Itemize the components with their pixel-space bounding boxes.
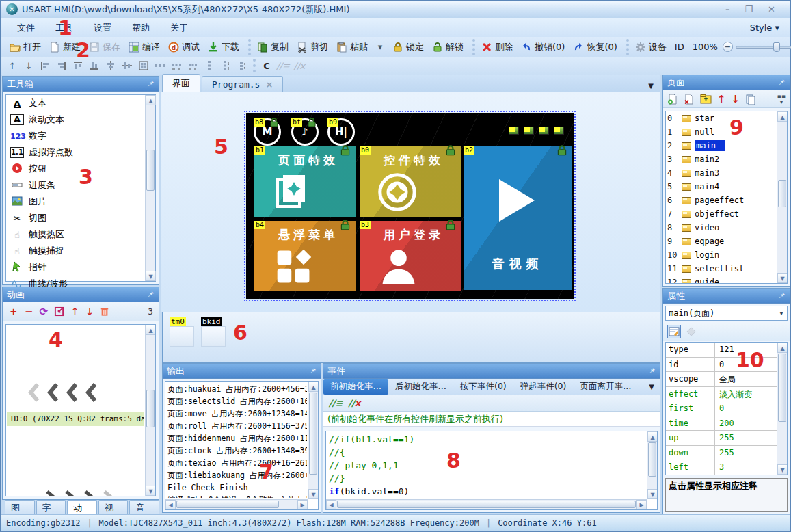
cut-button[interactable]: 剪切 (293, 40, 332, 55)
component-bkid[interactable]: bkid (201, 317, 227, 347)
align-right-icon[interactable] (54, 59, 69, 72)
comment-c-button[interactable]: C (259, 59, 274, 72)
tab-postinit-event[interactable]: 后初始化事… (388, 379, 453, 395)
zoom-slider[interactable]: − + (723, 42, 791, 52)
page-row-star[interactable]: 0star (666, 111, 787, 125)
page-row-eqpage[interactable]: 9eqpage (666, 235, 787, 248)
page-row-selectlist[interactable]: 11selectlist (666, 262, 787, 276)
minimize-button[interactable]: – (725, 4, 730, 14)
menu-help[interactable]: 帮助 (122, 20, 159, 36)
tile-float-menu[interactable]: 悬浮菜单 (254, 221, 356, 291)
page-row-objeffect[interactable]: 7objeffect (666, 207, 787, 221)
small-widget-icon[interactable] (554, 127, 564, 135)
tab-program[interactable]: Program.s× (202, 76, 283, 92)
output-body[interactable]: 页面:huakuai 占用内存:2600+456=3056 页面:selects… (165, 381, 319, 510)
comment-remove-icon[interactable]: //x (292, 59, 307, 72)
small-widget-icon[interactable] (539, 127, 549, 135)
toolbox-item-text[interactable]: A文本 (6, 95, 155, 111)
vspace-dec-icon[interactable] (234, 59, 250, 72)
copy-page-icon[interactable] (745, 94, 756, 105)
code-hscrollbar[interactable]: ◀▶ (326, 499, 647, 509)
anim-remove-icon[interactable]: − (25, 306, 33, 318)
zoom-slider-thumb[interactable] (773, 42, 780, 52)
menu-about[interactable]: 关于 (161, 20, 198, 36)
maximize-button[interactable]: ❐ (745, 4, 753, 14)
pages-more-icon[interactable]: ▪▪▾ (777, 94, 786, 105)
delete-button[interactable]: 删除 (478, 40, 516, 55)
debug-button[interactable]: d 调试 (165, 40, 203, 55)
menu-settings[interactable]: 设置 (84, 20, 121, 36)
toolbox-item-scrolltext[interactable]: A滚动文本 (6, 111, 155, 128)
vspace-equal-icon[interactable] (202, 59, 217, 72)
tab-press-event[interactable]: 按下事件(0) (453, 379, 513, 395)
pin-icon[interactable]: 📌︎ (648, 367, 656, 375)
delete-page-icon[interactable] (684, 94, 695, 105)
prop-row-effect[interactable]: effect淡入渐变 (666, 387, 787, 402)
open-button[interactable]: 打开 (6, 40, 44, 55)
output-vscrollbar[interactable]: ▲▼ (308, 382, 318, 499)
tab-audio[interactable]: 音频 (129, 500, 159, 516)
download-button[interactable]: 下载 (204, 40, 243, 55)
tab-preinit-event[interactable]: 前初始化事… (323, 379, 388, 395)
component-tm0[interactable]: tm0 (170, 317, 196, 347)
page-row-main[interactable]: 2main (666, 139, 787, 152)
small-widget-icon[interactable] (509, 127, 519, 135)
menu-file[interactable]: 文件 (8, 20, 44, 36)
toolbox-item-picture[interactable]: 图片 (6, 194, 155, 210)
object-selector[interactable]: main(页面)▼ (665, 306, 788, 321)
comment-add-icon[interactable]: //≡ (329, 398, 343, 408)
page-row-guide[interactable]: 12guide (666, 276, 787, 284)
toolbox-item-pointer[interactable]: 指针 (6, 259, 155, 276)
pin-icon[interactable]: 📌︎ (147, 290, 155, 299)
align-left-icon[interactable] (38, 59, 53, 72)
anim-edit-icon[interactable] (54, 306, 64, 317)
pages-scrollbar[interactable]: ▲▼ (777, 111, 787, 283)
move-up-icon[interactable]: ↑ (5, 59, 20, 72)
tab-animation[interactable]: 动画 (67, 500, 97, 516)
prop-row-left[interactable]: left3 (666, 460, 787, 475)
tile-audio-video[interactable]: 音视频 (464, 146, 572, 290)
import-page-icon[interactable] (700, 94, 712, 104)
anim-trash-icon[interactable] (100, 306, 109, 317)
tab-video[interactable]: 视频 (98, 500, 129, 516)
tile-page-effect[interactable]: 页面特效 (254, 146, 356, 217)
anim-refresh-icon[interactable]: ⟳ (40, 306, 49, 318)
style-menu[interactable]: Style ▾ (750, 23, 783, 33)
tab-fonts[interactable]: 字库 (36, 500, 66, 516)
hspace-equal-icon[interactable] (152, 59, 167, 72)
selector-dropdown-icon[interactable]: ▼ (776, 310, 787, 317)
tile-widget-effect[interactable]: 控件特效 (360, 146, 461, 217)
code-editor[interactable]: //if(bt1.val==1) //{ // play 0,1,1 //} i… (325, 431, 658, 510)
tab-pageleave-event[interactable]: 页面离开事… (573, 379, 638, 395)
redo-button[interactable]: 恢复(0) (569, 40, 620, 55)
prop-row-down[interactable]: down255 (666, 446, 787, 461)
page-row-pageeffect[interactable]: 6pageeffect (666, 194, 787, 207)
tab-interface[interactable]: 界面 (162, 74, 200, 92)
page-row-main2[interactable]: 3main2 (666, 152, 787, 166)
same-size-icon[interactable] (136, 59, 151, 72)
output-hscrollbar[interactable]: ◀▶ (165, 499, 308, 509)
lock-button[interactable]: 锁定 (389, 40, 427, 55)
toolbox-scrollbar[interactable]: ▲▼ (145, 95, 155, 281)
comment-add-icon[interactable]: //≡ (276, 59, 291, 72)
copy-button[interactable]: 复制 (254, 40, 292, 55)
prop-row-time[interactable]: time200 (666, 416, 787, 431)
page-row-main3[interactable]: 4main3 (666, 166, 787, 180)
paste-button[interactable]: 粘贴 (333, 40, 371, 55)
close-tab-icon[interactable]: × (265, 79, 273, 90)
tab-release-event[interactable]: 弹起事件(0) (513, 379, 574, 395)
animation-scrollbar[interactable]: ▲▼ (145, 325, 155, 496)
code-vscrollbar[interactable]: ▲▼ (647, 431, 657, 499)
hmi-screen[interactable]: M b8 ♪ bt H| b9 页面特效 b1 (246, 113, 574, 299)
anim-add-icon[interactable]: ＋ (8, 305, 18, 318)
pin-icon[interactable]: 📌︎ (147, 79, 155, 88)
new-page-icon[interactable] (667, 94, 678, 105)
small-widget-icon[interactable] (524, 127, 534, 135)
event-view-icon[interactable] (686, 327, 696, 336)
page-up-icon[interactable]: ↑ (717, 93, 726, 105)
animation-row[interactable]: ID:0 (70X22 1S Q:82 frams:5 da (7, 412, 144, 426)
move-down-icon[interactable]: ↓ (21, 59, 36, 72)
paste-dropdown[interactable]: ▾ (373, 40, 388, 54)
prop-row-type[interactable]: type121 (666, 343, 787, 358)
page-down-icon[interactable]: ↓ (732, 93, 740, 105)
